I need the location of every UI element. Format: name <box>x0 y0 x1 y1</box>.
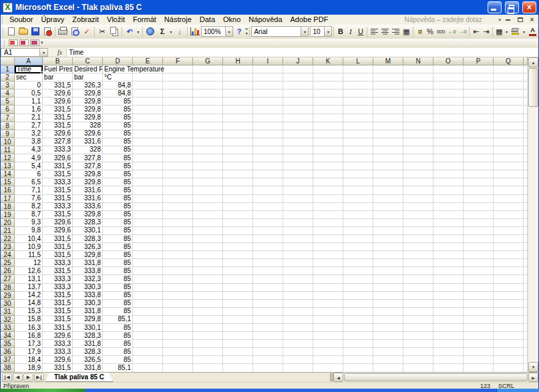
cell-M11[interactable] <box>373 146 403 154</box>
cell-C35[interactable]: 331,8 <box>73 340 103 348</box>
cell-P31[interactable] <box>464 308 494 316</box>
row-header-1[interactable]: 1 <box>1 65 15 73</box>
chevron-down-icon[interactable]: ▾ <box>324 27 331 36</box>
merge-center-button[interactable]: ▦ <box>401 26 411 37</box>
cell-C5[interactable]: 329,8 <box>73 97 103 106</box>
bold-button[interactable]: B <box>335 26 345 37</box>
cell-K34[interactable] <box>313 332 343 340</box>
cell-K20[interactable] <box>313 219 343 227</box>
cell-M6[interactable] <box>373 106 403 114</box>
font-color-button[interactable]: A <box>526 26 538 37</box>
cell-Q18[interactable] <box>494 203 524 211</box>
cell-P29[interactable] <box>464 292 494 300</box>
cell-J14[interactable] <box>283 170 313 178</box>
cell-H38[interactable] <box>223 364 253 372</box>
column-header-e[interactable]: E <box>133 57 163 65</box>
cell-A7[interactable]: 2,1 <box>15 114 43 122</box>
sheet-tab-tlak-paliva-85-c[interactable]: Tlak paliva 85 C <box>45 373 113 382</box>
cell-N21[interactable] <box>403 227 433 235</box>
name-box-dropdown[interactable]: ▾ <box>39 48 48 57</box>
cell-D3[interactable]: 84,8 <box>103 81 133 89</box>
horizontal-scrollbar[interactable]: ◀ ▶ <box>333 373 538 382</box>
cell-A20[interactable]: 9,3 <box>15 219 43 227</box>
cell-E14[interactable] <box>133 170 163 178</box>
cell-Q16[interactable] <box>494 186 524 194</box>
convert-to-pdf-email-icon[interactable] <box>19 39 29 46</box>
cell-O32[interactable] <box>433 316 464 324</box>
cell-O4[interactable] <box>433 89 464 97</box>
cell-A27[interactable]: 13,1 <box>15 275 43 283</box>
cell-F27[interactable] <box>163 275 193 283</box>
cell-F10[interactable] <box>163 138 193 146</box>
row-header-18[interactable]: 18 <box>1 203 15 211</box>
cell-I34[interactable] <box>253 332 283 340</box>
cell-K23[interactable] <box>313 243 343 251</box>
undo-button[interactable]: ↶ <box>124 26 136 37</box>
cell-K27[interactable] <box>313 275 343 283</box>
cell-K10[interactable] <box>313 138 343 146</box>
cell-N30[interactable] <box>403 300 433 308</box>
cell-J2[interactable] <box>283 73 313 81</box>
cell-F1[interactable] <box>163 65 193 73</box>
cell-D22[interactable]: 85 <box>103 235 133 243</box>
cell-D21[interactable]: 85 <box>103 227 133 235</box>
cell-M17[interactable] <box>373 195 403 203</box>
cell-M5[interactable] <box>373 97 403 106</box>
cell-H20[interactable] <box>223 219 253 227</box>
cell-J31[interactable] <box>283 308 313 316</box>
cell-D36[interactable]: 85 <box>103 348 133 356</box>
cell-J1[interactable] <box>283 65 313 73</box>
cell-L23[interactable] <box>343 243 373 251</box>
column-header-l[interactable]: L <box>343 57 373 65</box>
cell-A3[interactable]: 0 <box>15 81 43 89</box>
cell-A25[interactable]: 12 <box>15 259 43 267</box>
help-dropdown-icon[interactable]: ▾ <box>498 17 501 23</box>
cell-L27[interactable] <box>343 275 373 283</box>
cell-L24[interactable] <box>343 251 373 259</box>
cell-J12[interactable] <box>283 154 313 162</box>
align-right-button[interactable] <box>390 26 401 37</box>
cell-M21[interactable] <box>373 227 403 235</box>
scroll-left-button[interactable]: ◀ <box>333 373 343 382</box>
open-button[interactable] <box>17 26 29 37</box>
cell-G31[interactable] <box>193 308 223 316</box>
cell-I26[interactable] <box>253 267 283 275</box>
permission-button[interactable] <box>41 26 53 37</box>
cell-H21[interactable] <box>223 227 253 235</box>
cell-G20[interactable] <box>193 219 223 227</box>
cell-K17[interactable] <box>313 195 343 203</box>
cell-F25[interactable] <box>163 259 193 267</box>
row-header-38[interactable]: 38 <box>1 364 15 372</box>
cell-H36[interactable] <box>223 348 253 356</box>
cell-D1[interactable]: Engine Temperature <box>103 65 133 73</box>
cell-M4[interactable] <box>373 89 403 97</box>
cell-Q29[interactable] <box>494 292 524 300</box>
cell-D14[interactable]: 85 <box>103 170 133 178</box>
hyperlink-button[interactable] <box>144 26 156 37</box>
row-header-37[interactable]: 37 <box>1 356 15 364</box>
row-header-16[interactable]: 16 <box>1 186 15 194</box>
cell-G14[interactable] <box>193 170 223 178</box>
cell-H3[interactable] <box>223 81 253 89</box>
cell-J20[interactable] <box>283 219 313 227</box>
cell-B35[interactable]: 333,3 <box>43 340 73 348</box>
cell-C31[interactable]: 331,8 <box>73 308 103 316</box>
column-header-k[interactable]: K <box>313 57 343 65</box>
menu-item-napoveda[interactable]: Nápověda <box>244 15 286 25</box>
scroll-down-button[interactable]: ▼ <box>528 362 538 372</box>
cell-O6[interactable] <box>433 106 464 114</box>
row-header-30[interactable]: 30 <box>1 300 15 308</box>
column-header-c[interactable]: C <box>73 57 103 65</box>
cell-N19[interactable] <box>403 211 433 219</box>
cell-E8[interactable] <box>133 122 163 130</box>
cell-Q8[interactable] <box>494 122 524 130</box>
cell-A37[interactable]: 18,4 <box>15 356 43 364</box>
cell-A35[interactable]: 17,3 <box>15 340 43 348</box>
cell-D27[interactable]: 85 <box>103 275 133 283</box>
row-header-5[interactable]: 5 <box>1 97 15 106</box>
cell-K1[interactable] <box>313 65 343 73</box>
cell-L4[interactable] <box>343 89 373 97</box>
cell-J19[interactable] <box>283 211 313 219</box>
cell-F38[interactable] <box>163 364 193 372</box>
cell-C18[interactable]: 333,6 <box>73 203 103 211</box>
